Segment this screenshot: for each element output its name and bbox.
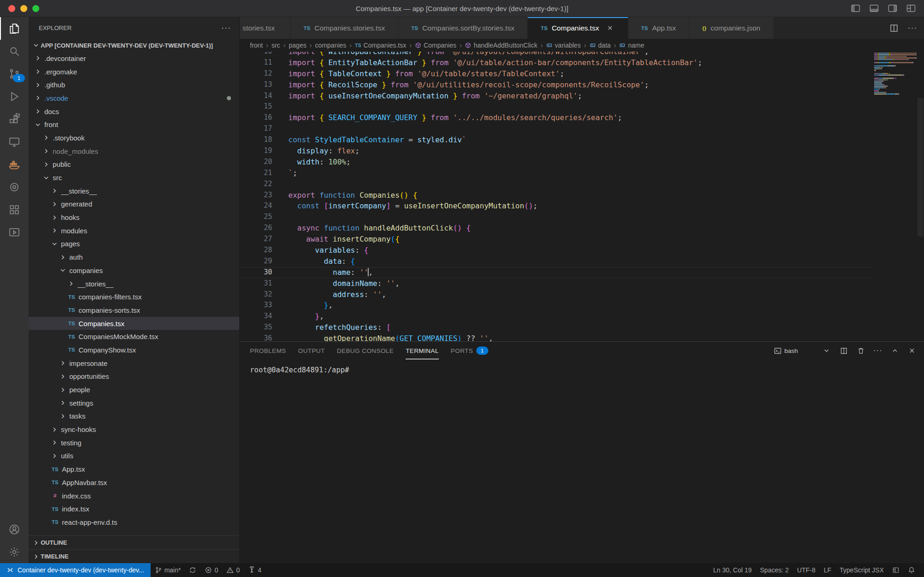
code-line-29[interactable]: 29 data: { [240,256,873,267]
breadcrumb-item-src[interactable]: src [272,42,280,49]
tree-item-sync-hooks[interactable]: sync-hooks [29,423,239,436]
tree-item-tasks[interactable]: tasks [29,410,239,423]
code-line-34[interactable]: 34 }, [240,311,873,322]
code-line-14[interactable]: 14import { useInsertOneCompanyMutation }… [240,91,873,102]
status-notifications[interactable] [904,563,919,577]
code-line-21[interactable]: 21`; [240,168,873,179]
code-line-22[interactable]: 22 [240,179,873,190]
tree-item-src[interactable]: src [29,171,239,184]
activity-explorer-icon[interactable] [0,17,29,40]
maximize-panel-icon[interactable] [889,345,900,356]
breadcrumb-item-front[interactable]: front [250,42,263,49]
line-number[interactable]: 21 [240,168,283,179]
panel-tab-debug-console[interactable]: DEBUG CONSOLE [337,342,394,359]
line-number[interactable]: 17 [240,123,283,134]
tree-item-settings[interactable]: settings [29,396,239,410]
tree-item-index.tsx[interactable]: TSindex.tsx [29,502,239,516]
line-number[interactable]: 34 [240,311,283,322]
code-line-28[interactable]: 28 variables: { [240,245,873,256]
terminal-dropdown-icon[interactable] [821,345,832,356]
status-cursor-position[interactable]: Ln 30, Col 19 [709,563,756,577]
tree-item-companies[interactable]: companies [29,264,239,277]
minimize-window-button[interactable] [20,5,27,12]
line-number[interactable]: 33 [240,300,283,311]
tree-item-react-app-env.d.ts[interactable]: TSreact-app-env.d.ts [29,516,239,529]
line-number[interactable]: 22 [240,179,283,190]
editor-tab-companies.json[interactable]: {}companies.json [689,17,774,39]
code-line-33[interactable]: 33 }, [240,300,873,311]
code-line-17[interactable]: 17 [240,123,873,134]
code-line-30[interactable]: 30 name: '', [240,267,873,278]
editor-tab-App.tsx[interactable]: TSApp.tsx [628,17,689,39]
tree-item-.ergomake[interactable]: .ergomake [29,65,239,79]
tree-item-public[interactable]: public [29,158,239,171]
breadcrumb-item-data[interactable]: data [590,42,611,49]
more-editor-actions-icon[interactable]: ··· [906,22,918,34]
vertical-scrollbar[interactable] [918,98,924,237]
tree-item-docs[interactable]: docs [29,105,239,118]
close-window-button[interactable] [8,5,15,12]
editor-tab-Companies.sortBy.stories.tsx[interactable]: TSCompanies.sortBy.stories.tsx [398,17,528,39]
activity-remote-explorer-icon[interactable] [0,130,29,153]
line-number[interactable]: 18 [240,134,283,146]
customize-layout-icon[interactable] [905,3,917,14]
shell-selector[interactable]: bash [774,347,798,355]
code-line-27[interactable]: 27 await insertCompany({ [240,234,873,245]
code-line-31[interactable]: 31 domainName: '', [240,278,873,289]
tree-item-pages[interactable]: pages [29,237,239,251]
split-editor-icon[interactable] [888,22,900,34]
tree-item-AppNavbar.tsx[interactable]: TSAppNavbar.tsx [29,476,239,489]
code-line-25[interactable]: 25 [240,212,873,223]
activity-source-control-icon[interactable]: 1 [0,62,29,85]
line-number[interactable]: 14 [240,91,283,102]
kill-terminal-icon[interactable] [855,345,866,356]
workspace-section-header[interactable]: APP [CONTAINER DEV-TWENTY-DEV (DEV-TWENT… [29,39,239,52]
code-line-10[interactable]: 10import { WithTopBarContainer } from '@… [240,52,873,57]
tree-item-companies-sorts.tsx[interactable]: TScompanies-sorts.tsx [29,304,239,317]
line-number[interactable]: 32 [240,289,283,300]
new-terminal-icon[interactable] [804,345,815,356]
tree-item-.vscode[interactable]: .vscode [29,91,239,105]
breadcrumb-item-Companies[interactable]: Companies [415,42,456,49]
toggle-secondary-sidebar-icon[interactable] [887,3,898,14]
tree-item-generated[interactable]: generated [29,198,239,211]
tree-item-CompanyShow.tsx[interactable]: TSCompanyShow.tsx [29,343,239,357]
line-number[interactable]: 11 [240,57,283,68]
terminal-output[interactable]: root@0a42ecd84891:/app# [240,359,924,563]
status-language-mode[interactable]: TypeScript JSX [835,563,888,577]
code-line-20[interactable]: 20 width: 100%; [240,157,873,168]
code-line-19[interactable]: 19 display: flex; [240,146,873,157]
activity-gitlens-icon[interactable] [0,176,29,198]
breadcrumb-item-handleAddButtonClick[interactable]: handleAddButtonClick [465,42,537,49]
tree-item-modules[interactable]: modules [29,224,239,237]
close-panel-icon[interactable] [906,345,918,356]
breadcrumb-item-variables[interactable]: variables [546,42,581,49]
code-line-35[interactable]: 35 refetchQueries: [ [240,322,873,333]
code-line-18[interactable]: 18const StyledTableContainer = styled.di… [240,134,873,146]
activity-run-and-debug-icon[interactable] [0,85,29,108]
line-number[interactable]: 16 [240,112,283,123]
line-number[interactable]: 27 [240,234,283,245]
line-number[interactable]: 29 [240,256,283,267]
editor-tab-Companies.stories.tsx[interactable]: TSCompanies.stories.tsx [291,17,398,39]
tree-item-.github[interactable]: .github [29,78,239,91]
activity-search-icon[interactable] [0,40,29,62]
panel-tab-problems[interactable]: PROBLEMS [250,342,286,359]
line-number[interactable]: 36 [240,333,283,341]
status-git-branch[interactable]: main* [151,563,185,577]
editor-tab-stories.tsx[interactable]: stories.tsx [240,17,291,39]
tree-item-testing[interactable]: testing [29,436,239,449]
line-number[interactable]: 25 [240,212,283,223]
panel-tab-output[interactable]: OUTPUT [298,342,325,359]
line-number[interactable]: 31 [240,278,283,289]
code-line-26[interactable]: 26 async function handleAddButtonClick()… [240,223,873,234]
breadcrumb-item-name[interactable]: name [619,42,644,49]
status-editor-layout[interactable] [888,563,904,577]
status-warnings[interactable]: 0 [222,563,244,577]
breadcrumb-item-companies[interactable]: companies [315,42,346,49]
toggle-panel-icon[interactable] [868,3,880,14]
tree-item-CompaniesMockMode.tsx[interactable]: TSCompaniesMockMode.tsx [29,330,239,343]
activity-docker-icon[interactable] [0,153,29,176]
line-number[interactable]: 30 [240,267,283,278]
line-number[interactable]: 13 [240,79,283,91]
